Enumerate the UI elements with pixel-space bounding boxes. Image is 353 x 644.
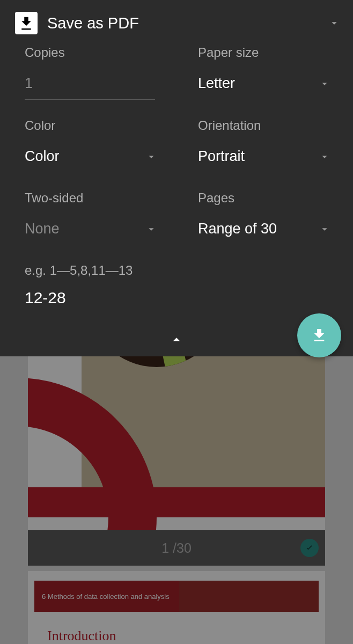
chevron-up-icon xyxy=(168,332,185,348)
orientation-label: Orientation xyxy=(198,118,328,133)
copies-input-row[interactable]: 1 xyxy=(25,75,155,100)
chevron-down-icon xyxy=(319,151,330,163)
print-preview-area: 1 /30 6 Methods of data collection and a… xyxy=(0,356,353,644)
orientation-value: Portrait xyxy=(198,148,245,165)
save-pdf-fab[interactable] xyxy=(297,313,341,357)
preview-page-1[interactable] xyxy=(28,356,325,530)
page-range-input[interactable] xyxy=(25,289,155,313)
pdf-download-icon xyxy=(311,327,328,344)
paper-size-label: Paper size xyxy=(198,45,328,60)
two-sided-setting: Two-sided None xyxy=(25,191,155,245)
orientation-select[interactable]: Portrait xyxy=(198,148,328,172)
page-range-hint: e.g. 1—5,8,11—13 xyxy=(25,263,155,278)
page-range-setting: e.g. 1—5,8,11—13 xyxy=(25,263,155,313)
dropdown-icon xyxy=(328,17,340,29)
chevron-down-icon xyxy=(319,223,330,235)
page2-heading: Introduction xyxy=(47,628,306,644)
chevron-down-icon xyxy=(319,78,330,90)
page-counter-text: 1 /30 xyxy=(161,540,192,556)
print-settings-panel: Save as PDF Copies 1 Paper size Letter C… xyxy=(0,0,353,356)
printer-selector-row[interactable]: Save as PDF xyxy=(0,0,353,45)
paper-size-value: Letter xyxy=(198,75,235,92)
preview-page-2[interactable]: 6 Methods of data collection and analysi… xyxy=(28,571,325,644)
two-sided-select[interactable]: None xyxy=(25,221,155,245)
copies-value: 1 xyxy=(25,75,33,92)
color-setting: Color Color xyxy=(25,118,155,172)
two-sided-label: Two-sided xyxy=(25,191,155,206)
paper-size-select[interactable]: Letter xyxy=(198,75,328,99)
two-sided-value: None xyxy=(25,221,60,237)
pages-value: Range of 30 xyxy=(198,221,277,237)
chevron-down-icon xyxy=(145,223,157,235)
page-selected-check-icon[interactable] xyxy=(300,539,319,557)
settings-grid: Copies 1 Paper size Letter Color Color O… xyxy=(0,45,353,326)
color-select[interactable]: Color xyxy=(25,148,155,172)
page-counter-bar: 1 /30 xyxy=(28,530,325,566)
paper-size-setting: Paper size Letter xyxy=(198,45,328,100)
pages-setting: Pages Range of 30 xyxy=(198,191,328,245)
pages-label: Pages xyxy=(198,191,328,206)
copies-setting: Copies 1 xyxy=(25,45,155,100)
copies-label: Copies xyxy=(25,45,155,60)
chevron-down-icon xyxy=(145,151,157,163)
pages-select[interactable]: Range of 30 xyxy=(198,221,328,245)
page2-banner: 6 Methods of data collection and analysi… xyxy=(34,581,319,612)
color-label: Color xyxy=(25,118,155,133)
color-value: Color xyxy=(25,148,60,165)
pdf-icon xyxy=(15,12,38,34)
printer-name: Save as PDF xyxy=(47,14,319,32)
orientation-setting: Orientation Portrait xyxy=(198,118,328,172)
